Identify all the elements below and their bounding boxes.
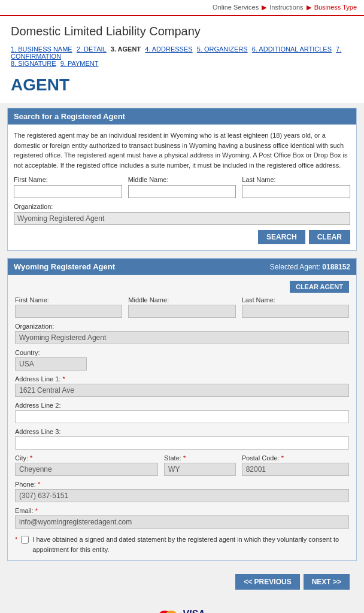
breadcrumb-addresses[interactable]: 4. ADDRESSES [145,45,192,53]
phone-required: * [38,481,40,488]
agent-city-input[interactable] [15,463,158,476]
agent-panel-body: CLEAR AGENT First Name: Middle Name: Las… [8,275,356,560]
breadcrumb-additional-articles[interactable]: 6. ADDITIONAL ARTICLES [252,45,332,53]
agent-last-name-group: Last Name: [242,296,349,318]
visa-icon: VISA [183,609,205,613]
agent-first-name-label: First Name: [15,296,122,304]
agent-phone-label: Phone: * [15,481,349,488]
search-panel-header: Search for a Registered Agent [8,108,356,125]
breadcrumb-signature[interactable]: 8. SIGNATURE [11,60,56,67]
search-panel: Search for a Registered Agent The regist… [7,108,357,251]
last-name-group: Last Name: [242,176,350,198]
search-panel-body: The registered agent may be an individua… [8,125,356,250]
previous-button[interactable]: << PREVIOUS [235,574,299,590]
selected-agent-info: Selected Agent: 0188152 [270,263,350,271]
agent-postal-input[interactable] [242,463,349,476]
consent-checkbox[interactable] [21,536,29,544]
middle-name-input[interactable] [128,185,236,198]
agent-panel-header: Wyoming Registered Agent Selected Agent:… [8,259,356,275]
last-name-label: Last Name: [242,176,350,183]
first-name-label: First Name: [14,176,122,183]
consent-text: I have obtained a signed and dated state… [32,535,349,554]
state-required: * [183,454,186,462]
last-name-input[interactable] [242,185,350,198]
agent-last-name-input[interactable] [242,305,349,318]
agent-address1-group: Address Line 1: * [15,375,349,397]
first-name-input[interactable] [14,185,122,198]
agent-phone-group: Phone: * [15,481,349,502]
agent-result-panel: Wyoming Registered Agent Selected Agent:… [7,258,357,561]
agent-section-heading: AGENT [0,72,364,101]
middle-name-group: Middle Name: [128,176,236,198]
clear-agent-row: CLEAR AGENT [15,281,349,293]
selected-agent-label: Selected Agent: [270,263,320,271]
agent-address2-label: Address Line 2: [15,402,349,409]
middle-name-label: Middle Name: [128,176,236,183]
email-required: * [35,507,38,514]
nav-instructions[interactable]: Instructions [269,4,303,11]
agent-last-name-label: Last Name: [242,296,349,304]
breadcrumb-arrow-2: ▶ [307,4,311,11]
footer: VISA 📄 Refund Policy Customer Service [0,600,364,613]
agent-address2-input[interactable] [15,410,349,423]
breadcrumb-detail[interactable]: 2. DETAIL [77,45,107,53]
selected-agent-id: 0188152 [322,263,350,271]
agent-middle-name-label: Middle Name: [128,296,235,304]
main-content: Search for a Registered Agent The regist… [0,103,364,600]
consent-required-star: * [15,535,17,545]
agent-address3-group: Address Line 3: [15,428,349,450]
agent-country-label: Country: [15,349,349,356]
agent-organization-label: Organization: [15,323,349,330]
search-button-row: SEARCH CLEAR [14,230,350,244]
agent-address1-label: Address Line 1: * [15,375,349,383]
top-navigation: Online Services ▶ Instructions ▶ Busines… [0,0,364,16]
breadcrumb-organizers[interactable]: 5. ORGANIZERS [197,45,248,53]
agent-state-label: State: * [164,454,236,462]
clear-agent-button[interactable]: CLEAR AGENT [290,281,349,293]
city-state-zip-row: City: * State: * Postal Code: * [15,454,349,481]
breadcrumb-payment[interactable]: 9. PAYMENT [60,60,99,67]
agent-postal-group: Postal Code: * [242,454,349,476]
city-required: * [30,454,32,462]
agent-email-input[interactable] [15,515,349,529]
agent-middle-name-group: Middle Name: [128,296,235,318]
organization-input[interactable] [14,212,350,225]
agent-address3-input[interactable] [15,436,349,450]
agent-organization-input[interactable] [15,331,349,344]
payment-icons: VISA [0,609,364,613]
agent-state-input[interactable] [164,463,236,476]
nav-online-services[interactable]: Online Services [213,4,259,11]
postal-required: * [281,454,284,462]
mc-right-circle [166,611,177,613]
breadcrumb-agent: 3. AGENT [111,45,141,53]
search-description: The registered agent may be an individua… [14,131,350,170]
agent-email-group: Email: * [15,507,349,529]
agent-organization-group: Organization: [15,323,349,344]
next-button[interactable]: NEXT >> [304,574,350,590]
agent-phone-input[interactable] [15,489,349,502]
agent-postal-label: Postal Code: * [242,454,349,462]
agent-title: AGENT [11,75,353,95]
name-fields-row: First Name: Middle Name: Last Name: [14,176,350,198]
agent-first-name-group: First Name: [15,296,122,318]
search-button[interactable]: SEARCH [258,230,305,244]
agent-first-name-input[interactable] [15,305,122,318]
agent-address3-label: Address Line 3: [15,428,349,435]
agent-address2-group: Address Line 2: [15,402,349,423]
agent-state-group: State: * [164,454,236,476]
nav-buttons: << PREVIOUS NEXT >> [7,568,357,596]
agent-city-group: City: * [15,454,158,476]
agent-middle-name-input[interactable] [128,305,235,318]
breadcrumb: 1. BUSINESS NAME 2. DETAIL 3. AGENT 4. A… [0,43,364,72]
agent-country-input[interactable] [15,357,87,371]
page-title-section: Domestic Limited Liability Company 1. BU… [0,16,364,103]
clear-button[interactable]: CLEAR [309,230,350,244]
agent-address1-input[interactable] [15,384,349,397]
address1-required: * [63,375,65,383]
agent-country-group: Country: [15,349,349,371]
breadcrumb-business-name[interactable]: 1. BUSINESS NAME [11,45,72,53]
nav-business-type: Business Type [314,4,357,11]
agent-org-name: Wyoming Registered Agent [14,262,115,271]
breadcrumb-arrow-1: ▶ [262,4,266,11]
mastercard-icon [159,611,177,613]
